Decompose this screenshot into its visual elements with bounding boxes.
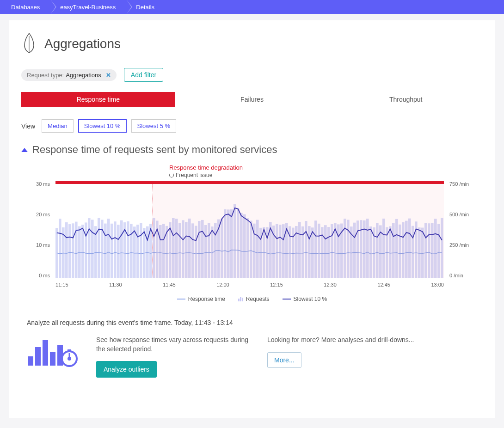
svg-rect-19 — [114, 221, 117, 278]
svg-rect-25 — [133, 226, 136, 278]
filter-row: Request type: Aggregations ✕ Add filter — [21, 68, 483, 82]
chart-plot[interactable] — [55, 181, 444, 278]
outliers-icon — [27, 336, 82, 378]
svg-rect-6 — [72, 223, 74, 278]
y-left-tick: 20 ms — [31, 212, 50, 217]
svg-rect-18 — [111, 224, 113, 278]
y-axis-right: 750 /min 500 /min 250 /min 0 /min — [447, 181, 473, 278]
legend-response-time[interactable]: Response time — [177, 296, 225, 302]
svg-rect-129 — [68, 349, 71, 352]
chip-label: Request type: — [27, 72, 64, 79]
chip-value: Aggregations — [66, 72, 101, 79]
chart-frame: 30 ms 20 ms 10 ms 0 ms 750 /min 500 /min… — [31, 181, 473, 287]
svg-rect-27 — [140, 223, 142, 278]
x-tick: 11:45 — [163, 282, 176, 287]
view-option-median[interactable]: Median — [42, 119, 74, 133]
y-left-tick: 10 ms — [31, 242, 50, 248]
chart-banner: Response time degradation Frequent issue — [169, 164, 473, 178]
breadcrumb-item-details[interactable]: Details — [127, 0, 166, 14]
chart-legend: Response time Requests Slowest 10 % — [31, 296, 473, 302]
x-tick: 12:15 — [270, 282, 283, 287]
svg-rect-24 — [130, 224, 133, 278]
y-left-tick: 0 ms — [31, 273, 50, 278]
main-card: Aggregations Request type: Aggregations … — [9, 20, 495, 418]
x-tick: 13:00 — [431, 282, 444, 287]
svg-rect-16 — [104, 224, 107, 278]
more-button[interactable]: More... — [267, 352, 301, 368]
svg-rect-17 — [107, 219, 110, 278]
svg-rect-122 — [35, 347, 41, 366]
chevron-up-icon — [21, 148, 28, 152]
svg-rect-4 — [65, 222, 68, 278]
filter-chip-request-type[interactable]: Request type: Aggregations ✕ — [21, 69, 117, 81]
more-card: Looking for more? More analyses and dril… — [267, 336, 424, 378]
y-axis-left: 30 ms 20 ms 10 ms 0 ms — [31, 181, 53, 278]
page-title: Aggregations — [44, 37, 121, 51]
view-option-slowest-10[interactable]: Slowest 10 % — [78, 119, 127, 133]
y-right-tick: 0 /min — [449, 273, 473, 278]
legend-requests[interactable]: Requests — [238, 296, 270, 302]
degradation-overlay — [153, 184, 444, 278]
svg-rect-20 — [117, 225, 120, 278]
x-tick: 12:45 — [377, 282, 390, 287]
view-option-slowest-5[interactable]: Slowest 5 % — [131, 119, 177, 133]
x-tick: 12:00 — [216, 282, 229, 287]
svg-rect-21 — [120, 220, 123, 278]
svg-rect-123 — [43, 340, 48, 366]
leaf-icon — [21, 32, 37, 55]
add-filter-button[interactable]: Add filter — [124, 68, 163, 82]
tab-failures[interactable]: Failures — [175, 92, 329, 107]
svg-rect-11 — [88, 218, 91, 278]
breadcrumb-item-service[interactable]: easyTravel-Business — [51, 0, 127, 14]
banner-title: Response time degradation — [169, 164, 473, 171]
svg-rect-9 — [81, 225, 84, 278]
y-right-tick: 500 /min — [449, 212, 473, 217]
svg-rect-14 — [98, 218, 100, 278]
svg-rect-26 — [136, 225, 139, 278]
legend-bars-icon — [238, 297, 243, 301]
legend-slowest-10[interactable]: Slowest 10 % — [283, 296, 327, 302]
section-title: Response time of requests sent by monito… — [32, 144, 277, 156]
analysis-timeframe-text: Analyze all requests during this event's… — [27, 319, 483, 326]
bottom-cards: See how response times vary across reque… — [27, 336, 483, 378]
view-label: View — [21, 122, 35, 130]
svg-rect-124 — [50, 352, 55, 366]
breadcrumb-item-databases[interactable]: Databases — [2, 0, 51, 14]
svg-rect-23 — [127, 221, 129, 278]
x-tick: 12:30 — [324, 282, 337, 287]
banner-subtitle: Frequent issue — [176, 172, 212, 178]
x-tick: 11:15 — [55, 282, 68, 287]
tab-throughput[interactable]: Throughput — [329, 92, 483, 107]
tab-response-time[interactable]: Response time — [21, 92, 175, 107]
section-header[interactable]: Response time of requests sent by monito… — [21, 144, 483, 156]
svg-rect-15 — [101, 220, 104, 278]
legend-line-icon — [177, 299, 185, 300]
breadcrumb: Databases easyTravel-Business Details — [0, 0, 504, 14]
x-tick: 11:30 — [109, 282, 122, 287]
svg-rect-10 — [85, 222, 87, 278]
svg-rect-121 — [28, 356, 33, 366]
y-left-tick: 30 ms — [31, 181, 50, 187]
chip-remove-icon[interactable]: ✕ — [106, 72, 111, 79]
more-description: Looking for more? More analyses and dril… — [267, 336, 424, 345]
svg-rect-2 — [59, 219, 61, 278]
outliers-card: See how response times vary across reque… — [96, 336, 253, 378]
view-row: View Median Slowest 10 % Slowest 5 % — [21, 119, 483, 133]
legend-line-icon — [283, 299, 291, 300]
analyze-outliers-button[interactable]: Analyze outliers — [96, 361, 157, 378]
x-axis: 11:15 11:30 11:45 12:00 12:15 12:30 12:4… — [55, 282, 444, 287]
tabs: Response time Failures Throughput — [21, 92, 483, 107]
chart-zone: Response time degradation Frequent issue… — [31, 164, 473, 302]
svg-rect-5 — [68, 224, 71, 278]
frequent-issue-icon — [169, 173, 174, 177]
svg-rect-12 — [91, 220, 94, 278]
page-header: Aggregations — [21, 32, 483, 55]
y-right-tick: 250 /min — [449, 242, 473, 248]
y-right-tick: 750 /min — [449, 181, 473, 187]
outliers-description: See how response times vary across reque… — [96, 336, 253, 354]
